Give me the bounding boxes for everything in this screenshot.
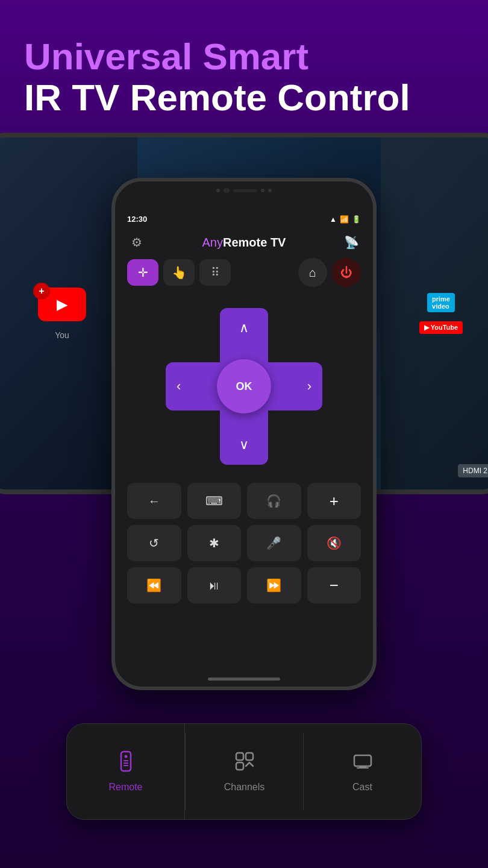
svg-rect-7: [236, 763, 243, 770]
tv-content-right: primevideo ▶ YouTube HDMI 2: [381, 137, 488, 489]
youtube-text: You: [55, 330, 69, 340]
app-name-part2: Remote TV: [223, 236, 286, 249]
camera-dot: [224, 187, 230, 193]
prime-video-badge: primevideo: [427, 293, 455, 312]
app-title: AnyRemote TV: [202, 236, 286, 250]
keyboard-btn[interactable]: ⌨: [187, 483, 242, 519]
camera-dots: [216, 187, 272, 193]
channels-icon: [234, 750, 255, 777]
phone-notch-area: [115, 181, 373, 212]
vol-down-btn[interactable]: −: [307, 567, 361, 603]
title-line2: IR TV Remote Control: [24, 77, 410, 118]
nav-remote[interactable]: Remote: [67, 724, 185, 819]
dpad: OK ∧ ∨ ‹ ›: [166, 308, 322, 465]
app-name-part1: Any: [202, 236, 223, 249]
app-header: ⚙ AnyRemote TV 📡: [115, 227, 373, 258]
speaker: [233, 189, 257, 192]
fast-forward-btn[interactable]: ⏩: [247, 567, 301, 603]
dot1: [216, 189, 220, 192]
svg-rect-9: [359, 766, 366, 767]
dot3: [268, 189, 272, 192]
dot2: [261, 189, 264, 192]
bottom-nav: Remote Channels Cast: [66, 723, 422, 820]
signal-icon: 📶: [340, 215, 349, 224]
title-line1: Universal Smart: [24, 36, 410, 77]
cast-nav-icon: [352, 750, 374, 777]
back-btn[interactable]: ←: [127, 483, 181, 519]
mute-btn[interactable]: 🔇: [307, 525, 361, 561]
tab-left: ✛ 👆 ⠿: [127, 259, 231, 286]
dpad-down[interactable]: ∨: [239, 437, 249, 453]
svg-rect-8: [354, 755, 371, 766]
cast-label: Cast: [352, 782, 372, 793]
battery-icon: 🔋: [352, 215, 361, 224]
nav-channels[interactable]: Channels: [186, 724, 303, 819]
star-btn[interactable]: ✱: [187, 525, 242, 561]
svg-rect-10: [357, 767, 369, 769]
youtube-logo: +: [38, 288, 86, 321]
dpad-right[interactable]: ›: [307, 379, 311, 394]
phone-home-bar: [208, 678, 280, 681]
svg-rect-4: [124, 765, 128, 766]
remote-label: Remote: [108, 782, 142, 793]
replay-btn[interactable]: ↺: [127, 525, 181, 561]
tab-remote-btn[interactable]: ✛: [127, 259, 158, 286]
tab-right: ⌂ ⏻: [298, 258, 361, 287]
dpad-left[interactable]: ‹: [177, 379, 181, 394]
youtube-badge: ▶ YouTube: [419, 321, 463, 334]
power-btn[interactable]: ⏻: [332, 258, 361, 287]
youtube-plus-icon: +: [33, 283, 50, 300]
settings-icon[interactable]: ⚙: [127, 233, 146, 252]
remote-icon: [115, 750, 137, 777]
header-section: Universal Smart IR TV Remote Control: [24, 36, 410, 118]
rewind-btn[interactable]: ⏪: [127, 567, 181, 603]
status-time: 12:30: [127, 215, 147, 224]
svg-rect-2: [124, 760, 128, 761]
ok-button[interactable]: OK: [217, 359, 271, 414]
dpad-up[interactable]: ∧: [239, 320, 249, 336]
status-bar: 12:30 ▲ 📶 🔋: [115, 212, 373, 227]
svg-point-1: [124, 755, 127, 758]
vol-up-btn[interactable]: +: [307, 483, 361, 519]
channels-label: Channels: [224, 782, 265, 793]
phone-mockup: 12:30 ▲ 📶 🔋 ⚙ AnyRemote TV 📡 ✛ 👆 ⠿ ⌂ ⏻: [111, 178, 377, 690]
wifi-icon: ▲: [330, 215, 337, 224]
tab-numpad-btn[interactable]: ⠿: [199, 259, 231, 286]
hdmi-badge: HDMI 2: [458, 464, 488, 477]
dpad-container: OK ∧ ∨ ‹ ›: [115, 296, 373, 477]
svg-rect-3: [124, 763, 128, 764]
control-tabs: ✛ 👆 ⠿ ⌂ ⏻: [115, 258, 373, 296]
headphone-btn[interactable]: 🎧: [247, 483, 301, 519]
svg-rect-6: [246, 753, 253, 760]
controls-grid: ← ⌨ 🎧 + ↺ ✱ 🎤 🔇 ⏪ ⏯ ⏩ −: [115, 477, 373, 609]
play-pause-btn[interactable]: ⏯: [187, 567, 242, 603]
home-btn[interactable]: ⌂: [298, 258, 327, 287]
status-icons: ▲ 📶 🔋: [330, 215, 361, 224]
tab-gesture-btn[interactable]: 👆: [163, 259, 195, 286]
nav-cast[interactable]: Cast: [304, 724, 421, 819]
mic-btn[interactable]: 🎤: [247, 525, 301, 561]
svg-rect-5: [236, 753, 243, 760]
cast-icon[interactable]: 📡: [342, 233, 361, 252]
